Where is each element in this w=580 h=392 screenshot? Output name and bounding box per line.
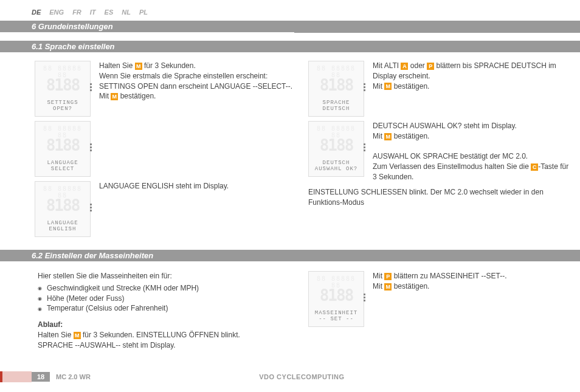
section-62-heading-row: 6.2 Einstellen der Masseinheiten [0, 250, 580, 261]
lang-eng[interactable]: ENG [49, 9, 64, 16]
t: SETTINGS OPEN dann erscheint LANGUAGE --… [99, 82, 292, 91]
step-text: Mit ALTI A oder P blättern bis SPRACHE D… [373, 61, 570, 91]
m-button-icon: M [135, 63, 142, 70]
a-button-icon: A [401, 63, 408, 70]
ablauf-label: Ablauf: [38, 320, 296, 330]
m-button-icon: M [111, 93, 118, 100]
t: bestätigen. [392, 132, 429, 140]
t: DEUTSCH AUSWAHL OK? steht im Display. [373, 122, 517, 130]
t: Halten Sie [99, 61, 135, 70]
step-row: 88 88888 88 8188 LANGUAGE SELECT [35, 121, 296, 177]
t: bestätigen. [392, 282, 429, 291]
t: Halten Sie [38, 331, 74, 339]
section-61-heading-row: 6.1 Sprache einstellen [0, 41, 580, 52]
footer-model: MC 2.0 WR [50, 372, 97, 382]
step-text: Mit P blättern zu MASSEINHEIT --SET--. M… [373, 271, 507, 292]
t: SPRACHE --AUSWAHL-- steht im Display. [38, 341, 176, 349]
lcd-screenshot: 88 88888 88 8188 SETTINGS OPEN? [35, 61, 91, 117]
t: Zum Verlassen des Einstellmodus halten S… [373, 162, 531, 171]
col-right-62: 88 88888 88 8188 MASSEINHEIT -- SET -- M… [308, 271, 570, 351]
step-text: LANGUAGE ENGLISH steht im Display. [99, 181, 229, 191]
step-row: 88 88888 88 8188 DEUTSCH AUSWAHL OK? DEU… [308, 121, 570, 182]
list-item: Höhe (Meter oder Fuss) [38, 294, 296, 304]
t: Mit [373, 282, 384, 291]
lang-nl[interactable]: NL [122, 9, 131, 16]
lang-es[interactable]: ES [105, 9, 114, 16]
lcd-label: SPRACHE DEUTSCH [309, 100, 364, 112]
section-61-content: 88 88888 88 8188 SETTINGS OPEN? Halten S… [0, 61, 580, 241]
lcd-label: MASSEINHEIT -- SET -- [309, 311, 364, 323]
lcd-label: LANGUAGE ENGLISH [35, 221, 90, 233]
step-row: 88 88888 88 8188 SPRACHE DEUTSCH Mit ALT… [308, 61, 570, 117]
m-button-icon: M [384, 283, 392, 291]
intro-text: Hier stellen Sie die Masseinheiten ein f… [38, 271, 296, 281]
col-right-61: 88 88888 88 8188 SPRACHE DEUTSCH Mit ALT… [308, 61, 570, 241]
heading-62: 6.2 Einstellen der Masseinheiten [0, 250, 580, 261]
lang-it[interactable]: IT [90, 9, 96, 16]
language-bar: DE ENG FR IT ES NL PL [32, 9, 148, 16]
t: für 3 Sekunden. [142, 61, 196, 70]
p-button-icon: P [384, 273, 392, 280]
t: Mit [373, 132, 384, 140]
lcd-label: LANGUAGE SELECT [35, 160, 90, 173]
lcd-label: SETTINGS OPEN? [35, 100, 90, 112]
lang-pl[interactable]: PL [139, 9, 148, 16]
lang-de[interactable]: DE [32, 9, 41, 16]
lcd-screenshot: 88 88888 88 8188 SPRACHE DEUTSCH [308, 61, 364, 117]
t: blättern zu MASSEINHEIT --SET--. [392, 272, 506, 280]
stripe-divider [294, 21, 580, 33]
lcd-screenshot: 88 88888 88 8188 LANGUAGE ENGLISH [35, 181, 91, 237]
lcd-screenshot: 88 88888 88 8188 LANGUAGE SELECT [35, 121, 91, 177]
step-text: Halten Sie M für 3 Sekunden. Wenn Sie er… [99, 61, 292, 101]
heading-61: 6.1 Sprache einstellen [0, 41, 580, 52]
t: Mit [99, 92, 111, 100]
page-number: 18 [32, 372, 50, 382]
footer-brand: VDO CYCLECOMPUTING [97, 373, 507, 380]
t: bestätigen. [118, 92, 156, 100]
step-row: 88 88888 88 8188 LANGUAGE ENGLISH LANGUA… [35, 181, 296, 237]
step-row: 88 88888 88 8188 SETTINGS OPEN? Halten S… [35, 61, 296, 117]
lang-fr[interactable]: FR [72, 9, 81, 16]
bullet-list: Geschwindigkeit und Strecke (KMH oder MP… [38, 283, 296, 314]
list-item: Temperatur (Celsius oder Fahrenheit) [38, 303, 296, 314]
section-62-content: Hier stellen Sie die Masseinheiten ein f… [0, 271, 580, 351]
lcd-screenshot: 88 88888 88 8188 MASSEINHEIT -- SET -- [308, 271, 364, 327]
t: AUSWAHL OK SPRACHE bestätigt der MC 2.0. [373, 152, 528, 160]
m-button-icon: M [74, 332, 81, 339]
c-button-icon: C [531, 163, 538, 171]
t: Mit [373, 272, 384, 280]
heading-6: 6 Grundeinstellungen [0, 21, 294, 32]
lcd-label: DEUTSCH AUSWAHL OK? [309, 160, 364, 173]
col-left-61: 88 88888 88 8188 SETTINGS OPEN? Halten S… [35, 61, 296, 241]
footer: 18 MC 2.0 WR VDO CYCLECOMPUTING [0, 371, 580, 382]
t: Mit [373, 82, 384, 91]
step-text: Halten Sie M für 3 Sekunden. EINSTELLUNG… [38, 330, 296, 351]
t: Wenn Sie erstmals die Sprache einstellen… [99, 72, 268, 80]
t: Mit ALTI [373, 61, 401, 70]
m-button-icon: M [384, 133, 392, 140]
col-left-62: Hier stellen Sie die Masseinheiten ein f… [35, 271, 296, 351]
step-text: EINSTELLUNG SCHLIESSEN blinkt. Der MC 2.… [308, 187, 570, 208]
t: oder [408, 61, 427, 70]
step-text: DEUTSCH AUSWAHL OK? steht im Display. Mi… [373, 121, 570, 182]
lcd-screenshot: 88 88888 88 8188 DEUTSCH AUSWAHL OK? [308, 121, 364, 177]
p-button-icon: P [427, 63, 434, 70]
list-item: Geschwindigkeit und Strecke (KMH oder MP… [38, 283, 296, 294]
step-row: 88 88888 88 8188 MASSEINHEIT -- SET -- M… [308, 271, 570, 327]
m-button-icon: M [384, 83, 392, 90]
t: für 3 Sekunden. EINSTELLUNG ÖFFNEN blink… [81, 331, 240, 339]
t: bestätigen. [392, 82, 429, 91]
